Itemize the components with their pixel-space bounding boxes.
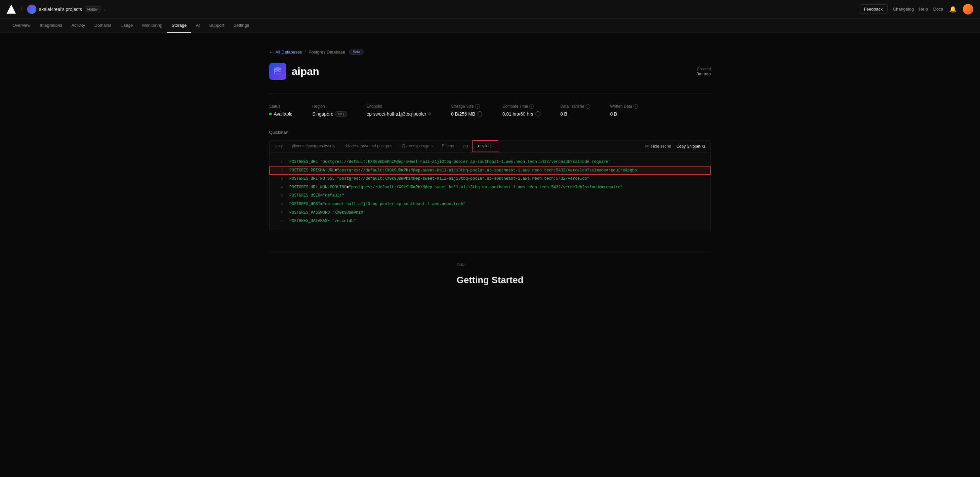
docs-link[interactable]: Docs	[933, 6, 943, 11]
feedback-button[interactable]: Feedback	[859, 4, 888, 14]
code-line-7: 7POSTGRES_PASSWORD="KX0k9UDmPhzM"	[269, 209, 711, 217]
arrow-left-icon: ←	[269, 49, 274, 54]
line-number: 6	[275, 201, 283, 208]
code-line-1: 1POSTGRES_URL="postgres://default:KX0k9U…	[269, 158, 711, 166]
bottom-section: Data Getting Started	[269, 251, 711, 285]
stat-endpoint-label: Endpoint	[367, 104, 431, 109]
code-line-8: 8POSTGRES_DATABASE="verceldb"	[269, 217, 711, 226]
main-content: ← All Databases / Postgres Database Beta…	[259, 33, 721, 296]
code-tab-actions: 👁 Hide secret Copy Snippet ⧉	[645, 144, 709, 149]
stat-status-value: Available	[269, 111, 293, 117]
tab-kysely[interactable]: @vercel/postgres-kysely	[287, 140, 340, 152]
db-created: Created 3m ago	[697, 67, 711, 76]
nav-item-activity[interactable]: Activity	[67, 19, 90, 33]
nav-item-overview[interactable]: Overview	[8, 19, 35, 33]
tab-drizzle[interactable]: drizzle-orm/vercel-postgres	[340, 140, 397, 152]
nav-item-ai[interactable]: AI	[191, 19, 204, 33]
breadcrumb-separator: /	[304, 49, 306, 54]
nav-item-monitoring[interactable]: Monitoring	[138, 19, 167, 33]
compute-info-icon[interactable]: i	[529, 104, 534, 109]
stat-storage-value: 0 B/256 MB	[451, 111, 482, 117]
back-label: All Databases	[275, 49, 302, 54]
data-label: Data	[457, 262, 523, 267]
topbar-right: Feedback Changelog Help Docs 🔔	[859, 4, 974, 14]
stat-endpoint: Endpoint ep-sweet-hall-a1ji3tbq-pooler ⧉	[367, 104, 431, 117]
copy-icon: ⧉	[702, 144, 705, 149]
nav-item-domains[interactable]: Domains	[90, 19, 116, 33]
data-transfer-info-icon[interactable]: i	[585, 104, 590, 109]
line-number: 3	[275, 176, 283, 182]
stat-status-label: Status	[269, 104, 293, 109]
project-avatar	[27, 5, 37, 14]
stat-data-transfer: Data Transfer i 0 B	[560, 104, 590, 117]
project-nav: Overview Integrations Activity Domains U…	[0, 19, 980, 33]
notifications-icon[interactable]: 🔔	[948, 5, 958, 14]
line-content: POSTGRES_PRISMA_URL="postgres://default:…	[289, 167, 637, 174]
db-icon	[269, 63, 286, 80]
code-line-5: 5POSTGRES_USER="default"	[269, 192, 711, 200]
topbar: / akalei4real's projects Hobby ⌄ Feedbac…	[0, 0, 980, 19]
stats-row: Status Available Region Singapore sin1 E…	[269, 104, 711, 117]
stat-region: Region Singapore sin1	[312, 104, 347, 117]
written-data-info-icon[interactable]: i	[633, 104, 638, 109]
back-to-databases[interactable]: ← All Databases	[269, 49, 302, 54]
line-number: 8	[275, 218, 283, 225]
tab-prisma[interactable]: Prisma	[437, 140, 458, 152]
nav-item-settings[interactable]: Settings	[229, 19, 254, 33]
project-switcher[interactable]: akalei4real's projects Hobby ⌄	[27, 5, 107, 14]
stat-written-data-value: 0 B	[610, 111, 638, 117]
storage-info-icon[interactable]: i	[475, 104, 480, 109]
chevron-down-icon: ⌄	[103, 7, 107, 11]
line-content: POSTGRES_PASSWORD="KX0k9UDmPhzM"	[289, 209, 365, 217]
nav-item-support[interactable]: Support	[205, 19, 229, 33]
changelog-link[interactable]: Changelog	[893, 6, 914, 11]
line-number: 5	[275, 193, 283, 199]
line-content: POSTGRES_HOST="ep-sweet-hall-a1ji3tbq-po…	[289, 201, 466, 208]
stat-data-transfer-label: Data Transfer i	[560, 104, 590, 109]
db-name: aipan	[292, 65, 320, 78]
copy-snippet-label: Copy Snippet	[676, 144, 700, 149]
code-line-4: 4POSTGRES_URL_NON_POOLING="postgres://de…	[269, 183, 711, 192]
created-label: Created	[697, 67, 711, 71]
code-tabs: psql @vercel/postgres-kysely drizzle-orm…	[269, 140, 711, 153]
created-value: 3m ago	[697, 71, 711, 76]
line-number: 4	[275, 184, 283, 191]
project-name: akalei4real's projects	[39, 6, 82, 12]
stat-status: Status Available	[269, 104, 293, 117]
stat-endpoint-value: ep-sweet-hall-a1ji3tbq-pooler ⧉	[367, 111, 431, 117]
copy-endpoint-icon[interactable]: ⧉	[428, 111, 431, 117]
stat-region-value: Singapore sin1	[312, 111, 347, 117]
copy-snippet-button[interactable]: Copy Snippet ⧉	[676, 144, 705, 149]
user-avatar[interactable]	[963, 4, 974, 14]
tab-psql[interactable]: psql	[271, 140, 287, 152]
storage-progress-icon	[477, 111, 482, 117]
help-link[interactable]: Help	[919, 6, 928, 11]
hide-secret-button[interactable]: 👁 Hide secret	[645, 144, 671, 149]
stat-storage: Storage Size i 0 B/256 MB	[451, 104, 482, 117]
stat-data-transfer-value: 0 B	[560, 111, 590, 117]
stat-written-data-label: Written Data i	[610, 104, 638, 109]
db-title-area: aipan	[269, 63, 320, 80]
hide-secret-label: Hide secret	[651, 144, 671, 149]
line-number: 7	[275, 210, 283, 216]
nav-item-integrations[interactable]: Integrations	[35, 19, 67, 33]
stat-compute: Compute Time i 0.01 hrs/60 hrs	[502, 104, 540, 117]
breadcrumb-current: Postgres Database	[309, 49, 345, 54]
divider	[269, 93, 711, 93]
code-panel: psql @vercel/postgres-kysely drizzle-orm…	[269, 140, 711, 231]
eye-slash-icon: 👁	[645, 144, 649, 149]
nav-item-storage[interactable]: Storage	[167, 19, 191, 33]
nav-item-usage[interactable]: Usage	[116, 19, 138, 33]
stat-written-data: Written Data i 0 B	[610, 104, 638, 117]
code-line-2: 2POSTGRES_PRISMA_URL="postgres://default…	[269, 166, 711, 175]
vercel-logo-icon	[6, 5, 16, 14]
breadcrumb: ← All Databases / Postgres Database Beta	[269, 49, 711, 55]
getting-started-title: Getting Started	[457, 275, 523, 285]
line-content: POSTGRES_URL_NO_SSL="postgres://default:…	[289, 175, 589, 183]
line-content: POSTGRES_URL="postgres://default:KX0k9UD…	[289, 158, 611, 166]
tab-env-local[interactable]: .env.local	[473, 140, 498, 152]
tab-vercel-postgres[interactable]: @vercel/postgres	[397, 140, 438, 152]
line-content: POSTGRES_DATABASE="verceldb"	[289, 218, 356, 225]
tab-pg[interactable]: pg	[459, 140, 473, 152]
beta-badge: Beta	[349, 49, 364, 55]
